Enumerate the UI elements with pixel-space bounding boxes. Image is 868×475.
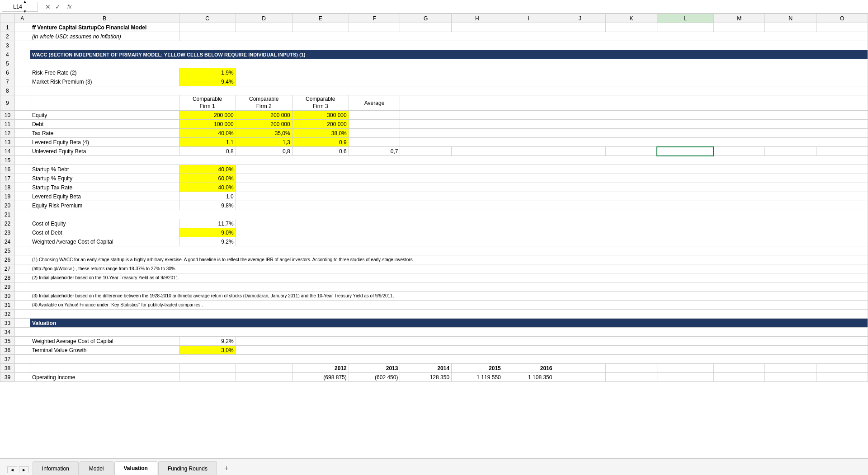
cell-E9[interactable]: ComparableFirm 3 <box>292 95 349 111</box>
col-header-D[interactable]: D <box>236 14 292 23</box>
cell-B26-span[interactable]: (1) Choosing WACC for an early-stage sta… <box>30 255 868 264</box>
row-header-4[interactable]: 4 <box>0 50 15 59</box>
cell-D39[interactable] <box>236 373 292 382</box>
cell-C10[interactable]: 200 000 <box>179 111 236 120</box>
cell-B38[interactable] <box>30 364 179 373</box>
cell-G10-span[interactable] <box>400 111 868 120</box>
row-header-32[interactable]: 32 <box>0 310 15 319</box>
row-header-26[interactable]: 26 <box>0 255 15 264</box>
cell-D36-span[interactable] <box>236 346 868 355</box>
cell-A21[interactable] <box>14 210 30 219</box>
col-header-E[interactable]: E <box>292 14 349 23</box>
cell-K39[interactable] <box>606 373 657 382</box>
row-header-10[interactable]: 10 <box>0 111 15 120</box>
cell-D7-span[interactable] <box>236 77 868 86</box>
cell-B34-span[interactable] <box>30 328 868 337</box>
cell-H38[interactable]: 2015 <box>452 364 503 373</box>
cell-F11[interactable] <box>349 120 400 129</box>
cell-B37-span[interactable] <box>30 355 868 364</box>
cell-C17[interactable]: 60,0% <box>179 174 236 183</box>
cell-G14[interactable] <box>400 147 452 156</box>
cell-G9-span[interactable] <box>400 95 868 111</box>
cell-H39[interactable]: 1 119 550 <box>452 373 503 382</box>
cell-L1[interactable] <box>657 23 713 32</box>
cell-B36[interactable]: Terminal Value Growth <box>30 346 179 355</box>
add-sheet-button[interactable]: + <box>220 461 233 475</box>
col-header-K[interactable]: K <box>606 14 657 23</box>
spreadsheet-area[interactable]: A B C D E F G H I J K L M N O <box>0 14 868 458</box>
cell-C7[interactable]: 9,4% <box>179 77 236 86</box>
cell-N14[interactable] <box>765 147 816 156</box>
tab-nav-next[interactable]: ► <box>19 466 29 473</box>
col-header-O[interactable]: O <box>816 14 868 23</box>
row-header-20[interactable]: 20 <box>0 201 15 210</box>
cell-A37[interactable] <box>14 355 30 364</box>
cell-A18[interactable] <box>14 183 30 192</box>
cell-A33[interactable] <box>14 319 30 328</box>
row-header-1[interactable]: 1 <box>0 23 15 32</box>
col-header-A[interactable]: A <box>14 14 30 23</box>
row-header-2[interactable]: 2 <box>0 32 15 41</box>
cell-A22[interactable] <box>14 219 30 228</box>
cell-D22-span[interactable] <box>236 219 868 228</box>
tab-nav-prev[interactable]: ◄ <box>7 466 17 473</box>
cell-A10[interactable] <box>14 111 30 120</box>
confirm-formula-button[interactable]: ✓ <box>54 3 62 10</box>
cell-C39[interactable] <box>179 373 236 382</box>
cell-B8-span[interactable] <box>30 86 868 95</box>
row-header-3[interactable]: 3 <box>0 41 15 50</box>
cell-O1[interactable] <box>816 23 868 32</box>
cell-A39[interactable] <box>14 373 30 382</box>
cell-M14[interactable] <box>713 147 765 156</box>
cell-A19[interactable] <box>14 192 30 201</box>
cell-G11-span[interactable] <box>400 120 868 129</box>
cell-B1[interactable]: ff Venture Capital StartupCo Financial M… <box>30 23 179 32</box>
cell-A17[interactable] <box>14 174 30 183</box>
cell-B39[interactable]: Operating Income <box>30 373 179 382</box>
cell-C11[interactable]: 100 000 <box>179 120 236 129</box>
col-header-M[interactable]: M <box>713 14 765 23</box>
cell-B10[interactable]: Equity <box>30 111 179 120</box>
cell-A27[interactable] <box>14 264 30 273</box>
cell-B23[interactable]: Cost of Debt <box>30 228 179 237</box>
cell-E13[interactable]: 0,9 <box>292 138 349 147</box>
row-header-11[interactable]: 11 <box>0 120 15 129</box>
cell-C1[interactable] <box>179 23 236 32</box>
cell-G13-span[interactable] <box>400 138 868 147</box>
row-header-27[interactable]: 27 <box>0 264 15 273</box>
cell-D23-span[interactable] <box>236 228 868 237</box>
row-header-22[interactable]: 22 <box>0 219 15 228</box>
cell-B13[interactable]: Levered Equity Beta (4) <box>30 138 179 147</box>
cell-E39[interactable]: (698 875) <box>292 373 349 382</box>
cell-A5[interactable] <box>14 59 30 68</box>
cell-B17[interactable]: Startup % Equity <box>30 174 179 183</box>
cell-B14[interactable]: Unlevered Equity Beta <box>30 147 179 156</box>
cancel-formula-button[interactable]: ✕ <box>44 3 52 10</box>
cell-K1[interactable] <box>606 23 657 32</box>
cell-D9[interactable]: ComparableFirm 2 <box>236 95 292 111</box>
cell-B21-span[interactable] <box>30 210 868 219</box>
row-header-16[interactable]: 16 <box>0 165 15 174</box>
cell-A26[interactable] <box>14 255 30 264</box>
cell-B6[interactable]: Risk-Free Rate (2) <box>30 68 179 77</box>
cell-A4[interactable] <box>14 50 30 59</box>
cell-G1[interactable] <box>400 23 452 32</box>
cell-A32[interactable] <box>14 310 30 319</box>
cell-G12-span[interactable] <box>400 129 868 138</box>
cell-H14[interactable] <box>452 147 503 156</box>
col-header-C[interactable]: C <box>179 14 236 23</box>
cell-A34[interactable] <box>14 328 30 337</box>
cell-A31[interactable] <box>14 301 30 310</box>
cell-C12[interactable]: 40,0% <box>179 129 236 138</box>
cell-A3[interactable] <box>14 41 30 50</box>
cell-G38[interactable]: 2014 <box>400 364 452 373</box>
cell-A8[interactable] <box>14 86 30 95</box>
cell-L38[interactable] <box>657 364 713 373</box>
cell-F38[interactable]: 2013 <box>349 364 400 373</box>
cell-A28[interactable] <box>14 273 30 282</box>
cell-E1[interactable] <box>292 23 349 32</box>
cell-A20[interactable] <box>14 201 30 210</box>
cell-D24-span[interactable] <box>236 237 868 246</box>
cell-C16[interactable]: 40,0% <box>179 165 236 174</box>
cell-B2[interactable]: (in whole USD; assumes no inflation) <box>30 32 179 41</box>
